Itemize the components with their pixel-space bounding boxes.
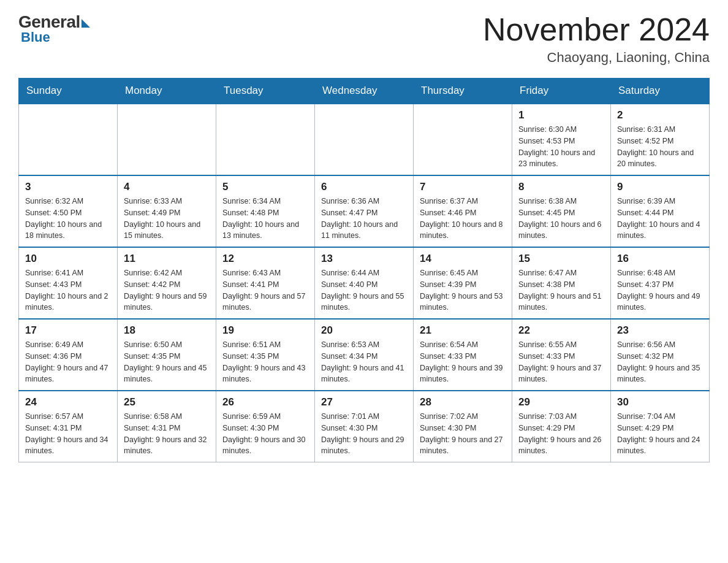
day-info: Sunrise: 6:54 AM Sunset: 4:33 PM Dayligh… xyxy=(420,339,506,385)
calendar-cell xyxy=(216,104,315,175)
day-info: Sunrise: 6:32 AM Sunset: 4:50 PM Dayligh… xyxy=(25,196,111,242)
calendar-cell: 17Sunrise: 6:49 AM Sunset: 4:36 PM Dayli… xyxy=(19,319,118,391)
day-info: Sunrise: 6:50 AM Sunset: 4:35 PM Dayligh… xyxy=(124,339,210,385)
day-info: Sunrise: 6:41 AM Sunset: 4:43 PM Dayligh… xyxy=(25,267,111,313)
day-number: 1 xyxy=(518,109,604,121)
calendar-header-saturday: Saturday xyxy=(611,79,710,104)
day-number: 11 xyxy=(124,253,210,265)
day-number: 20 xyxy=(321,324,407,337)
logo: General Blue xyxy=(18,12,90,45)
week-row-2: 3Sunrise: 6:32 AM Sunset: 4:50 PM Daylig… xyxy=(19,175,710,247)
calendar-cell: 5Sunrise: 6:34 AM Sunset: 4:48 PM Daylig… xyxy=(216,175,315,247)
calendar-cell: 1Sunrise: 6:30 AM Sunset: 4:53 PM Daylig… xyxy=(512,104,611,175)
day-info: Sunrise: 6:56 AM Sunset: 4:32 PM Dayligh… xyxy=(617,339,703,385)
calendar-cell xyxy=(19,104,118,175)
calendar-cell: 8Sunrise: 6:38 AM Sunset: 4:45 PM Daylig… xyxy=(512,175,611,247)
day-number: 28 xyxy=(420,396,506,408)
calendar-cell: 18Sunrise: 6:50 AM Sunset: 4:35 PM Dayli… xyxy=(118,319,216,391)
day-number: 13 xyxy=(321,253,407,265)
day-number: 3 xyxy=(25,181,111,193)
day-info: Sunrise: 6:42 AM Sunset: 4:42 PM Dayligh… xyxy=(124,267,210,313)
day-info: Sunrise: 6:47 AM Sunset: 4:38 PM Dayligh… xyxy=(518,267,604,313)
day-number: 23 xyxy=(617,324,703,337)
day-info: Sunrise: 6:39 AM Sunset: 4:44 PM Dayligh… xyxy=(617,196,703,242)
day-number: 21 xyxy=(420,324,506,337)
day-info: Sunrise: 6:30 AM Sunset: 4:53 PM Dayligh… xyxy=(518,124,604,170)
calendar-cell: 10Sunrise: 6:41 AM Sunset: 4:43 PM Dayli… xyxy=(19,247,118,319)
day-info: Sunrise: 6:55 AM Sunset: 4:33 PM Dayligh… xyxy=(518,339,604,385)
calendar-table: SundayMondayTuesdayWednesdayThursdayFrid… xyxy=(18,78,710,462)
day-number: 10 xyxy=(25,253,111,265)
day-info: Sunrise: 6:45 AM Sunset: 4:39 PM Dayligh… xyxy=(420,267,506,313)
week-row-4: 17Sunrise: 6:49 AM Sunset: 4:36 PM Dayli… xyxy=(19,319,710,391)
calendar-cell: 6Sunrise: 6:36 AM Sunset: 4:47 PM Daylig… xyxy=(315,175,414,247)
calendar-cell: 9Sunrise: 6:39 AM Sunset: 4:44 PM Daylig… xyxy=(611,175,710,247)
day-info: Sunrise: 6:34 AM Sunset: 4:48 PM Dayligh… xyxy=(222,196,308,242)
day-info: Sunrise: 6:37 AM Sunset: 4:46 PM Dayligh… xyxy=(420,196,506,242)
calendar-cell: 12Sunrise: 6:43 AM Sunset: 4:41 PM Dayli… xyxy=(216,247,315,319)
day-number: 4 xyxy=(124,181,210,193)
day-info: Sunrise: 6:49 AM Sunset: 4:36 PM Dayligh… xyxy=(25,339,111,385)
calendar-header-monday: Monday xyxy=(118,79,216,104)
week-row-3: 10Sunrise: 6:41 AM Sunset: 4:43 PM Dayli… xyxy=(19,247,710,319)
calendar-cell: 11Sunrise: 6:42 AM Sunset: 4:42 PM Dayli… xyxy=(118,247,216,319)
day-number: 29 xyxy=(518,396,604,408)
calendar-cell: 28Sunrise: 7:02 AM Sunset: 4:30 PM Dayli… xyxy=(414,391,512,462)
day-info: Sunrise: 6:59 AM Sunset: 4:30 PM Dayligh… xyxy=(222,411,308,457)
day-number: 22 xyxy=(518,324,604,337)
day-info: Sunrise: 6:36 AM Sunset: 4:47 PM Dayligh… xyxy=(321,196,407,242)
calendar-cell: 27Sunrise: 7:01 AM Sunset: 4:30 PM Dayli… xyxy=(315,391,414,462)
calendar-cell: 19Sunrise: 6:51 AM Sunset: 4:35 PM Dayli… xyxy=(216,319,315,391)
day-info: Sunrise: 6:48 AM Sunset: 4:37 PM Dayligh… xyxy=(617,267,703,313)
day-number: 12 xyxy=(222,253,308,265)
day-info: Sunrise: 6:44 AM Sunset: 4:40 PM Dayligh… xyxy=(321,267,407,313)
calendar-cell: 29Sunrise: 7:03 AM Sunset: 4:29 PM Dayli… xyxy=(512,391,611,462)
calendar-header-wednesday: Wednesday xyxy=(315,79,414,104)
day-number: 16 xyxy=(617,253,703,265)
day-number: 5 xyxy=(222,181,308,193)
day-number: 19 xyxy=(222,324,308,337)
day-info: Sunrise: 6:58 AM Sunset: 4:31 PM Dayligh… xyxy=(124,411,210,457)
day-number: 15 xyxy=(518,253,604,265)
calendar-cell: 4Sunrise: 6:33 AM Sunset: 4:49 PM Daylig… xyxy=(118,175,216,247)
calendar-header-row: SundayMondayTuesdayWednesdayThursdayFrid… xyxy=(19,79,710,104)
day-info: Sunrise: 6:53 AM Sunset: 4:34 PM Dayligh… xyxy=(321,339,407,385)
calendar-cell: 21Sunrise: 6:54 AM Sunset: 4:33 PM Dayli… xyxy=(414,319,512,391)
day-info: Sunrise: 6:31 AM Sunset: 4:52 PM Dayligh… xyxy=(617,124,703,170)
day-number: 27 xyxy=(321,396,407,408)
week-row-5: 24Sunrise: 6:57 AM Sunset: 4:31 PM Dayli… xyxy=(19,391,710,462)
location-title: Chaoyang, Liaoning, China xyxy=(483,50,710,66)
calendar-cell: 14Sunrise: 6:45 AM Sunset: 4:39 PM Dayli… xyxy=(414,247,512,319)
calendar-cell: 7Sunrise: 6:37 AM Sunset: 4:46 PM Daylig… xyxy=(414,175,512,247)
calendar-cell: 13Sunrise: 6:44 AM Sunset: 4:40 PM Dayli… xyxy=(315,247,414,319)
day-number: 7 xyxy=(420,181,506,193)
week-row-1: 1Sunrise: 6:30 AM Sunset: 4:53 PM Daylig… xyxy=(19,104,710,175)
day-number: 2 xyxy=(617,109,703,121)
logo-triangle-icon xyxy=(82,19,90,28)
day-info: Sunrise: 7:03 AM Sunset: 4:29 PM Dayligh… xyxy=(518,411,604,457)
day-number: 9 xyxy=(617,181,703,193)
calendar-cell: 22Sunrise: 6:55 AM Sunset: 4:33 PM Dayli… xyxy=(512,319,611,391)
title-area: November 2024 Chaoyang, Liaoning, China xyxy=(483,12,710,66)
calendar-cell: 16Sunrise: 6:48 AM Sunset: 4:37 PM Dayli… xyxy=(611,247,710,319)
day-number: 14 xyxy=(420,253,506,265)
calendar-cell: 24Sunrise: 6:57 AM Sunset: 4:31 PM Dayli… xyxy=(19,391,118,462)
calendar-cell: 2Sunrise: 6:31 AM Sunset: 4:52 PM Daylig… xyxy=(611,104,710,175)
day-info: Sunrise: 6:51 AM Sunset: 4:35 PM Dayligh… xyxy=(222,339,308,385)
logo-blue-text: Blue xyxy=(21,29,50,45)
day-number: 17 xyxy=(25,324,111,337)
calendar-cell: 23Sunrise: 6:56 AM Sunset: 4:32 PM Dayli… xyxy=(611,319,710,391)
day-info: Sunrise: 7:04 AM Sunset: 4:29 PM Dayligh… xyxy=(617,411,703,457)
calendar-cell xyxy=(118,104,216,175)
day-info: Sunrise: 7:01 AM Sunset: 4:30 PM Dayligh… xyxy=(321,411,407,457)
calendar-cell: 25Sunrise: 6:58 AM Sunset: 4:31 PM Dayli… xyxy=(118,391,216,462)
day-number: 26 xyxy=(222,396,308,408)
day-info: Sunrise: 6:33 AM Sunset: 4:49 PM Dayligh… xyxy=(124,196,210,242)
calendar-cell xyxy=(414,104,512,175)
day-number: 18 xyxy=(124,324,210,337)
day-number: 8 xyxy=(518,181,604,193)
day-number: 6 xyxy=(321,181,407,193)
calendar-header-sunday: Sunday xyxy=(19,79,118,104)
page-header: General Blue November 2024 Chaoyang, Lia… xyxy=(18,12,710,66)
day-info: Sunrise: 6:57 AM Sunset: 4:31 PM Dayligh… xyxy=(25,411,111,457)
